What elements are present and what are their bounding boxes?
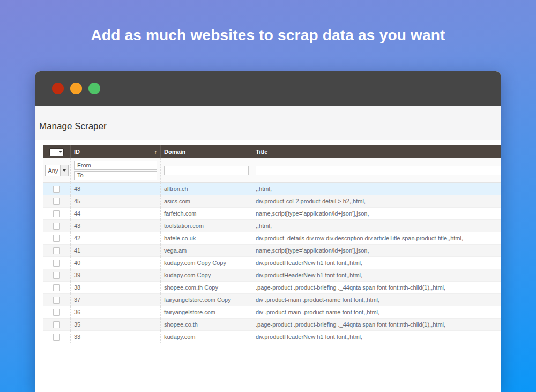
page-header-bar: Manage Scraper (35, 106, 501, 140)
row-select-cell (43, 220, 70, 232)
cell-title: div.productHeaderNew h1 font font,,html, (252, 331, 501, 343)
row-checkbox[interactable] (53, 247, 60, 254)
filter-domain-cell (160, 158, 252, 182)
column-header-title-label: Title (256, 149, 267, 155)
row-checkbox[interactable] (53, 297, 60, 304)
row-select-cell (43, 208, 70, 220)
table-row[interactable]: 33 kudapy.com div.productHeaderNew h1 fo… (43, 331, 501, 343)
table-row[interactable]: 41 vega.am name,script[type='application… (43, 245, 501, 257)
cell-title: div .product-main .product-name font fon… (252, 306, 501, 319)
select-all-checkbox[interactable] (50, 149, 57, 156)
table-row[interactable]: 40 kudapy.com Copy Copy div.productHeade… (43, 257, 501, 269)
table-row[interactable]: 48 alltron.ch ,,html, (43, 183, 501, 195)
cell-id: 41 (70, 245, 160, 257)
column-header-title[interactable]: Title (252, 145, 501, 158)
window-titlebar (35, 71, 501, 106)
filter-match-select[interactable]: Any (45, 165, 69, 176)
cell-id: 48 (70, 183, 160, 195)
column-header-id[interactable]: ID ↑ (70, 145, 160, 158)
cell-id: 36 (70, 306, 160, 319)
close-button-dot[interactable] (52, 83, 64, 94)
row-checkbox[interactable] (53, 321, 60, 328)
row-select-cell (43, 306, 70, 319)
page-title: Manage Scraper (39, 121, 107, 132)
sort-ascending-icon: ↑ (154, 149, 158, 155)
row-select-cell (43, 319, 70, 331)
grid-body: 48 alltron.ch ,,html, 45 asics.com div.p… (43, 183, 501, 343)
filter-match-value: Any (46, 165, 60, 176)
grid-header-row: ID ↑ Domain Title (43, 145, 501, 158)
cell-id: 42 (70, 232, 160, 245)
table-row[interactable]: 39 kudapy.com Copy div.productHeaderNew … (43, 269, 501, 282)
cell-domain: farfetch.com (160, 208, 252, 220)
row-select-cell (43, 195, 70, 208)
row-checkbox[interactable] (53, 284, 60, 291)
cell-id: 38 (70, 282, 160, 294)
table-row[interactable]: 42 hafele.co.uk div.product_details div.… (43, 232, 501, 245)
cell-id: 37 (70, 294, 160, 306)
filter-id-cell (70, 158, 160, 182)
cell-title: .page-product .product-briefing ._44qnta… (252, 319, 501, 331)
row-checkbox[interactable] (53, 260, 60, 267)
cell-title: ,,html, (252, 220, 501, 232)
row-checkbox[interactable] (53, 198, 60, 205)
cell-domain: kudapy.com Copy (160, 269, 252, 282)
cell-domain: shopee.com.th Copy (160, 282, 252, 294)
cell-id: 40 (70, 257, 160, 269)
row-select-cell (43, 331, 70, 343)
table-row[interactable]: 36 fairyangelstore.com div .product-main… (43, 306, 501, 319)
filter-id-to-input[interactable] (74, 171, 157, 180)
table-row[interactable]: 37 fairyangelstore.com Copy div .product… (43, 294, 501, 306)
filter-id-from-input[interactable] (74, 161, 157, 170)
select-all-dropdown[interactable] (57, 149, 63, 156)
minimize-button-dot[interactable] (70, 83, 82, 94)
cell-title: div .product-main .product-name font fon… (252, 294, 501, 306)
cell-domain: vega.am (160, 245, 252, 257)
browser-window: Manage Scraper ID ↑ Domain Ti (35, 71, 501, 392)
row-select-cell (43, 245, 70, 257)
cell-id: 44 (70, 208, 160, 220)
maximize-button-dot[interactable] (88, 83, 100, 94)
cell-title: div.productHeaderNew h1 font font,,html, (252, 269, 501, 282)
cell-id: 35 (70, 319, 160, 331)
grid-container: ID ↑ Domain Title Any (35, 140, 501, 343)
row-checkbox[interactable] (53, 210, 60, 217)
cell-id: 43 (70, 220, 160, 232)
row-checkbox[interactable] (53, 235, 60, 242)
row-select-cell (43, 232, 70, 245)
cell-title: .page-product .product-briefing ._44qnta… (252, 282, 501, 294)
row-select-cell (43, 282, 70, 294)
row-checkbox[interactable] (53, 334, 60, 341)
table-row[interactable]: 43 toolstation.com ,,html, (43, 220, 501, 232)
window-controls (52, 83, 100, 94)
cell-domain: shopee.co.th (160, 319, 252, 331)
row-checkbox[interactable] (53, 186, 60, 193)
filter-title-input[interactable] (256, 166, 501, 175)
table-row[interactable]: 35 shopee.co.th .page-product .product-b… (43, 319, 501, 331)
cell-domain: kudapy.com Copy Copy (160, 257, 252, 269)
row-checkbox[interactable] (53, 272, 60, 279)
filter-domain-input[interactable] (164, 166, 249, 175)
cell-title: name,script[type='application/ld+json'],… (252, 208, 501, 220)
column-header-domain[interactable]: Domain (160, 145, 252, 158)
cell-id: 39 (70, 269, 160, 282)
page-heading: Add as much websites to scrap data as yo… (0, 27, 536, 44)
grid-filter-row: Any (43, 158, 501, 183)
cell-id: 33 (70, 331, 160, 343)
scraper-grid: ID ↑ Domain Title Any (43, 145, 501, 343)
row-checkbox[interactable] (53, 223, 60, 230)
cell-domain: hafele.co.uk (160, 232, 252, 245)
cell-domain: kudapy.com (160, 331, 252, 343)
cell-title: name,script[type='application/ld+json'],… (252, 245, 501, 257)
cell-title: ,,html, (252, 183, 501, 195)
table-row[interactable]: 38 shopee.com.th Copy .page-product .pro… (43, 282, 501, 294)
row-select-cell (43, 294, 70, 306)
cell-domain: fairyangelstore.com (160, 306, 252, 319)
row-select-cell (43, 269, 70, 282)
table-row[interactable]: 45 asics.com div.product-col-2.product-d… (43, 195, 501, 208)
table-row[interactable]: 44 farfetch.com name,script[type='applic… (43, 208, 501, 220)
cell-title: div.product_details div.row div.descript… (252, 232, 501, 245)
select-all-control[interactable] (49, 148, 64, 156)
row-select-cell (43, 183, 70, 195)
row-checkbox[interactable] (53, 309, 60, 316)
